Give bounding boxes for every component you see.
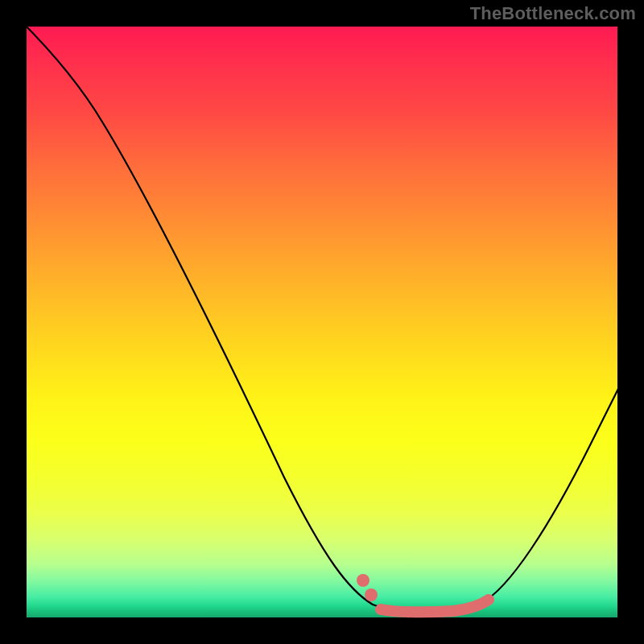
optimal-zone-highlight: [381, 600, 489, 612]
marker-dot-2: [365, 588, 378, 601]
curve-path: [22, 22, 626, 613]
watermark-text: TheBottleneck.com: [470, 3, 636, 24]
marker-dot-1: [357, 574, 369, 587]
bottleneck-curve: [27, 27, 617, 617]
plot-area: [27, 27, 617, 617]
chart-frame: TheBottleneck.com: [0, 0, 644, 644]
